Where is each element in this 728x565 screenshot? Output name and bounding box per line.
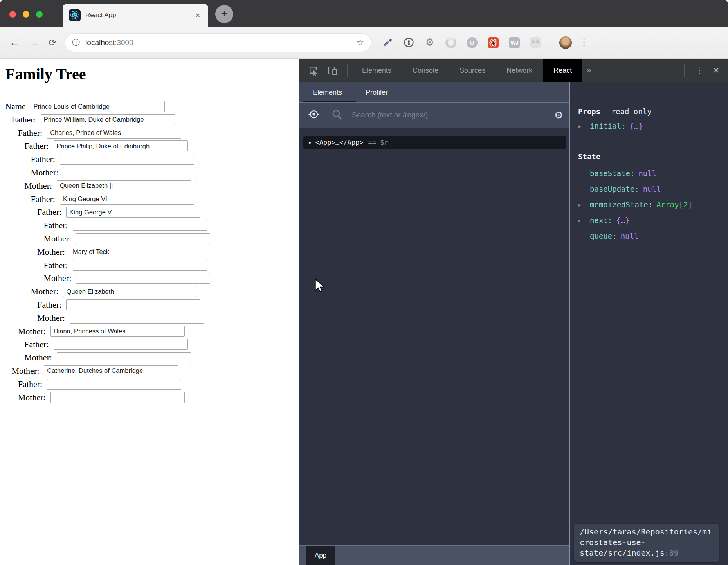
ember-extension-icon[interactable] xyxy=(530,37,541,48)
entry-value: null xyxy=(643,185,661,193)
select-element-target-icon[interactable] xyxy=(308,108,320,122)
field-input-21[interactable] xyxy=(47,379,181,390)
field-label: Mother: xyxy=(18,392,46,403)
swirl-extension-icon[interactable] xyxy=(445,37,456,48)
window-minimize-button[interactable] xyxy=(23,11,29,18)
expander-triangle-icon[interactable]: ▶ xyxy=(309,140,312,145)
entry-row-initial[interactable]: ▶initial:{…} xyxy=(570,118,728,134)
field-input-17[interactable] xyxy=(50,326,185,337)
field-label: Father: xyxy=(11,115,36,125)
family-field-row: Father: xyxy=(31,153,299,165)
devtools-tab-network[interactable]: Network xyxy=(496,59,543,82)
field-input-16[interactable] xyxy=(70,313,204,324)
settings-gear-icon[interactable]: ⚙ xyxy=(555,110,563,121)
entry-row-next[interactable]: ▶next:{…} xyxy=(570,212,728,228)
react-devtools-extension-icon[interactable] xyxy=(488,37,499,48)
elements-tree: ▶ <App>…</App> == $r xyxy=(299,128,569,546)
extensions-row: ⚙ U WJ xyxy=(382,37,541,48)
field-input-11[interactable] xyxy=(70,247,204,257)
family-field-row: Name xyxy=(5,101,299,112)
field-input-4[interactable] xyxy=(60,154,194,165)
field-input-20[interactable] xyxy=(44,365,178,376)
browser-tab[interactable]: React App ✕ xyxy=(63,4,208,27)
field-label: Mother: xyxy=(31,286,59,297)
field-input-12[interactable] xyxy=(73,260,207,271)
field-label: Father: xyxy=(43,260,68,270)
field-label: Mother: xyxy=(31,167,59,178)
device-toolbar-icon[interactable] xyxy=(327,65,339,76)
entry-row-baseUpdate: baseUpdate:null xyxy=(570,181,728,197)
reload-icon[interactable]: ⟳ xyxy=(49,37,56,48)
profile-avatar[interactable] xyxy=(559,36,572,49)
field-input-13[interactable] xyxy=(76,273,210,284)
devtools-tab-elements[interactable]: Elements xyxy=(351,59,402,82)
tab-close-icon[interactable]: ✕ xyxy=(194,11,202,20)
devtools-main-tab-bar: Elements Console Sources Network React »… xyxy=(299,59,728,82)
browser-tab-strip: React App ✕ + xyxy=(0,0,728,27)
window-close-button[interactable] xyxy=(9,11,16,18)
field-label: Mother: xyxy=(24,353,52,363)
browser-menu-kebab-icon[interactable]: ⋮ xyxy=(580,38,588,48)
devtools-menu-kebab-icon[interactable]: ⋮ xyxy=(688,66,710,75)
owner-chip-app[interactable]: App xyxy=(306,546,335,565)
address-bar[interactable]: ⓘ localhost:3000 ☆ xyxy=(65,34,371,52)
field-input-15[interactable] xyxy=(66,299,200,310)
devtools-close-icon[interactable]: ✕ xyxy=(710,66,728,75)
field-label: Father: xyxy=(37,207,61,217)
field-label: Mother: xyxy=(11,366,39,376)
field-input-18[interactable] xyxy=(54,339,188,350)
devtools-tab-react[interactable]: React xyxy=(543,59,582,82)
devtools-tab-console[interactable]: Console xyxy=(402,59,449,82)
field-label: Father: xyxy=(24,339,49,349)
field-input-10[interactable] xyxy=(76,233,210,244)
bookmark-star-icon[interactable]: ☆ xyxy=(356,38,364,48)
inspect-element-icon[interactable] xyxy=(307,65,319,76)
url-text[interactable]: localhost:3000 xyxy=(85,38,356,47)
entry-row-memoizedState[interactable]: ▶memoizedState:Array[2] xyxy=(570,197,728,212)
expander-triangle-icon[interactable]: ▶ xyxy=(578,123,590,129)
entry-value: null xyxy=(621,232,639,240)
expander-triangle-icon[interactable]: ▶ xyxy=(578,218,590,223)
search-input[interactable] xyxy=(351,110,555,120)
eyedropper-extension-icon[interactable] xyxy=(382,37,393,48)
field-input-9[interactable] xyxy=(73,220,207,231)
ublock-extension-icon[interactable]: U xyxy=(467,37,478,48)
devtools-tab-sources[interactable]: Sources xyxy=(449,59,496,82)
react-tab-profiler[interactable]: Profiler xyxy=(356,88,402,102)
site-info-icon[interactable]: ⓘ xyxy=(72,37,80,48)
field-label: Name xyxy=(5,101,26,112)
family-field-row: Mother: xyxy=(11,365,299,377)
field-label: Father: xyxy=(37,300,61,310)
field-label: Mother: xyxy=(43,234,71,244)
field-input-8[interactable] xyxy=(66,207,200,218)
tree-row-app-selected[interactable]: ▶ <App>…</App> == $r xyxy=(303,136,566,149)
field-input-6[interactable] xyxy=(57,180,191,191)
family-field-row: Mother: xyxy=(24,352,299,363)
back-icon[interactable]: ← xyxy=(9,36,20,49)
wj-extension-icon[interactable]: WJ xyxy=(509,37,520,48)
url-host: localhost xyxy=(85,38,115,47)
react-tab-elements[interactable]: Elements xyxy=(303,88,356,102)
owners-footer-bar: App xyxy=(299,545,569,565)
new-tab-button[interactable]: + xyxy=(215,5,233,23)
entry-value: Array[2] xyxy=(656,200,692,209)
field-label: Father: xyxy=(43,220,68,230)
field-input-14[interactable] xyxy=(63,286,197,297)
forward-icon[interactable]: → xyxy=(29,36,39,49)
field-input-22[interactable] xyxy=(50,392,185,403)
entry-value: null xyxy=(638,169,656,178)
field-input-1[interactable] xyxy=(41,114,175,125)
field-input-3[interactable] xyxy=(54,140,188,151)
field-input-7[interactable] xyxy=(60,194,194,205)
field-input-5[interactable] xyxy=(63,167,197,178)
field-input-0[interactable] xyxy=(31,101,165,112)
expander-triangle-icon[interactable]: ▶ xyxy=(578,202,590,208)
field-input-2[interactable] xyxy=(47,128,181,139)
field-input-19[interactable] xyxy=(57,352,191,363)
field-label: Father: xyxy=(18,128,42,138)
more-tabs-chevron-icon[interactable]: » xyxy=(582,65,595,76)
keyhole-extension-icon[interactable] xyxy=(403,37,414,48)
window-zoom-button[interactable] xyxy=(36,11,43,18)
gear-extension-icon[interactable]: ⚙ xyxy=(424,37,435,48)
source-location-block[interactable]: /Users/taras/Repositories/microstates-us… xyxy=(574,524,719,562)
